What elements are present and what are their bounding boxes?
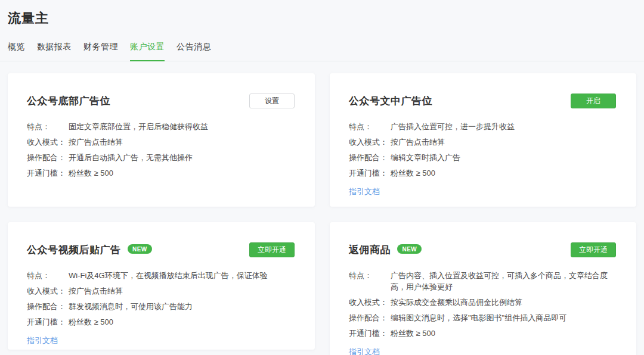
guide-doc-link[interactable]: 指引文档 (349, 186, 380, 197)
income-mode-row: 收入模式： 按实际成交金额乘以商品佣金比例结算 (349, 297, 616, 308)
card-header: 公众号视频后贴广告 NEW 立即开通 (27, 242, 295, 257)
guide-doc-link[interactable]: 指引文档 (27, 335, 58, 346)
threshold-row: 开通门槛： 粉丝数 ≥ 500 (27, 316, 295, 328)
card-title: 公众号视频后贴广告 (27, 244, 121, 256)
feature-row: 特点： 广告内容、插入位置及收益可控，可插入多个商品，文章结合度高，用户体验更好 (349, 270, 616, 292)
new-badge: NEW (128, 244, 152, 254)
operation-row: 操作配合： 编辑图文消息时，选择"电影图书"组件插入商品即可 (349, 312, 616, 323)
activate-now-button[interactable]: 立即开通 (249, 242, 295, 257)
tab-account-settings[interactable]: 账户设置 (130, 36, 165, 61)
card-bottom-ad-slot: 公众号底部广告位 设置 特点： 固定文章底部位置，开启后稳健获得收益 收入模式：… (8, 73, 315, 207)
card-video-postroll-ad: 公众号视频后贴广告 NEW 立即开通 特点： Wi-Fi及4G环境下，在视频播放… (8, 222, 315, 350)
income-mode-row: 收入模式： 按广告点击结算 (349, 136, 616, 148)
card-title-group: 返佣商品 NEW (349, 243, 422, 257)
tab-finance[interactable]: 财务管理 (83, 36, 118, 61)
threshold-row: 开通门槛： 粉丝数 ≥ 500 (349, 167, 616, 179)
threshold-row: 开通门槛： 粉丝数 ≥ 500 (349, 328, 616, 339)
settings-button[interactable]: 设置 (249, 94, 295, 108)
threshold-row: 开通门槛： 粉丝数 ≥ 500 (27, 167, 295, 179)
tab-announcements[interactable]: 公告消息 (177, 36, 211, 61)
card-header: 返佣商品 NEW 立即开通 (349, 242, 616, 257)
card-title-group: 公众号视频后贴广告 NEW (27, 243, 152, 257)
page-title: 流量主 (8, 10, 49, 27)
feature-row: 特点： Wi-Fi及4G环境下，在视频播放结束后出现广告，保证体验 (27, 270, 295, 281)
card-title: 返佣商品 (349, 244, 391, 256)
new-badge: NEW (397, 244, 422, 254)
card-title: 公众号底部广告位 (27, 94, 110, 108)
tab-data-report[interactable]: 数据报表 (37, 36, 72, 61)
feature-row: 特点： 广告插入位置可控，进一步提升收益 (349, 121, 616, 132)
operation-row: 操作配合： 群发视频消息时，可使用该广告能力 (27, 301, 295, 312)
operation-row: 操作配合： 编辑文章时插入广告 (349, 152, 616, 163)
card-header: 公众号文中广告位 开启 (349, 94, 616, 108)
enable-button[interactable]: 开启 (571, 94, 616, 108)
card-header: 公众号底部广告位 设置 (27, 94, 295, 108)
income-mode-row: 收入模式： 按广告点击结算 (27, 285, 295, 297)
traffic-master-page: 流量主 概览 数据报表 财务管理 账户设置 公告消息 公众号底部广告位 设置 特… (0, 0, 644, 355)
card-in-article-ad-slot: 公众号文中广告位 开启 特点： 广告插入位置可控，进一步提升收益 收入模式： 按… (330, 73, 636, 207)
tab-overview[interactable]: 概览 (8, 36, 25, 61)
activate-now-button[interactable]: 立即开通 (571, 242, 616, 257)
card-title: 公众号文中广告位 (349, 94, 432, 108)
feature-row: 特点： 固定文章底部位置，开启后稳健获得收益 (27, 121, 295, 132)
card-commission-products: 返佣商品 NEW 立即开通 特点： 广告内容、插入位置及收益可控，可插入多个商品… (330, 222, 636, 355)
guide-doc-link[interactable]: 指引文档 (349, 347, 380, 355)
income-mode-row: 收入模式： 按广告点击结算 (27, 136, 295, 148)
tab-bar: 概览 数据报表 财务管理 账户设置 公告消息 (0, 36, 644, 61)
operation-row: 操作配合： 开通后自动插入广告，无需其他操作 (27, 152, 295, 163)
